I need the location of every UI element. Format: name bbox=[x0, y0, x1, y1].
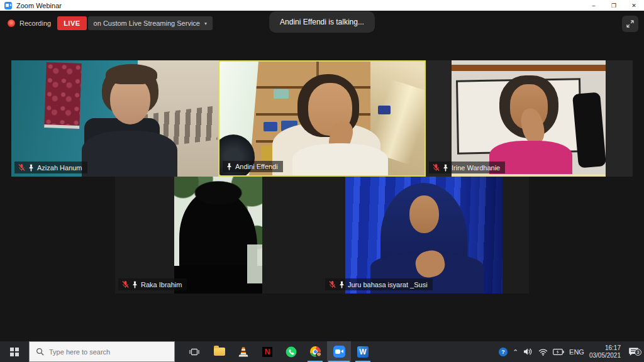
system-tray: ? ⌃ ENG 16:17 03/05/2021 bbox=[499, 341, 644, 362]
participant-name-tag: Andini Effendi bbox=[223, 161, 283, 172]
taskbar-vlc[interactable] bbox=[231, 341, 255, 362]
video-feed bbox=[174, 177, 262, 293]
decor bbox=[292, 143, 388, 175]
muted-mic-icon bbox=[18, 163, 25, 172]
participant-name: Irine Wardhanie bbox=[452, 164, 500, 172]
streaming-service-label: on Custom Live Streaming Service bbox=[94, 19, 200, 27]
video-tile-azizah[interactable]: Azizah Hanum bbox=[11, 60, 218, 177]
word-icon: W bbox=[357, 346, 369, 358]
decor bbox=[572, 92, 606, 168]
whatsapp-icon bbox=[286, 346, 297, 358]
clock[interactable]: 16:17 03/05/2021 bbox=[589, 344, 621, 359]
start-button[interactable] bbox=[0, 341, 29, 362]
recording-controls: Recording LIVE on Custom Live Streaming … bbox=[8, 16, 213, 30]
meeting-stage: Recording LIVE on Custom Live Streaming … bbox=[0, 11, 644, 341]
vlc-icon bbox=[238, 346, 249, 357]
zoom-webinar-window: Zoom Webinar – ❐ ✕ Recording LIVE on Cus… bbox=[0, 0, 644, 362]
zoom-app-icon bbox=[4, 2, 12, 9]
video-feed bbox=[345, 177, 502, 293]
streaming-service-dropdown[interactable]: on Custom Live Streaming Service ▾ bbox=[88, 16, 213, 30]
pin-icon bbox=[339, 281, 345, 288]
decor bbox=[82, 131, 177, 177]
muted-mic-icon bbox=[122, 280, 129, 288]
chrome-profile-avatar bbox=[316, 352, 322, 358]
video-tile-irine[interactable]: Irine Wardhanie bbox=[426, 60, 633, 177]
pin-icon bbox=[226, 163, 232, 170]
taskbar-netflix[interactable]: N bbox=[255, 341, 279, 362]
participant-name-tag: Irine Wardhanie bbox=[429, 162, 505, 173]
restore-button[interactable]: ❐ bbox=[604, 0, 624, 11]
taskbar-word[interactable]: W bbox=[351, 341, 375, 362]
poster-decor bbox=[44, 62, 82, 129]
video-tile-raka[interactable]: Raka Ibrahim bbox=[115, 177, 322, 293]
pinned-apps: N W bbox=[208, 341, 375, 362]
video-feed bbox=[11, 60, 218, 177]
taskbar-search-box[interactable] bbox=[29, 341, 175, 362]
action-center-button[interactable]: 3 bbox=[626, 347, 641, 356]
language-indicator[interactable]: ENG bbox=[569, 348, 584, 356]
battery-charging-icon[interactable] bbox=[553, 349, 564, 355]
file-explorer-icon bbox=[214, 348, 225, 356]
decor bbox=[191, 179, 246, 207]
live-badge: LIVE bbox=[57, 16, 86, 30]
minimize-button[interactable]: – bbox=[584, 0, 604, 11]
notification-count-badge: 3 bbox=[635, 349, 641, 356]
close-button[interactable]: ✕ bbox=[624, 0, 644, 11]
windows-logo-icon bbox=[10, 348, 19, 356]
netflix-icon: N bbox=[262, 347, 272, 357]
participant-name: Andini Effendi bbox=[235, 163, 278, 170]
speaking-toast: Andini Effendi is talking... bbox=[269, 11, 375, 33]
photo-frame-decor bbox=[274, 89, 289, 99]
date: 03/05/2021 bbox=[589, 352, 621, 359]
photo-frame-decor bbox=[378, 106, 391, 114]
decor bbox=[452, 65, 606, 71]
recording-label: Recording bbox=[19, 19, 51, 27]
participant-name-tag: Raka Ibrahim bbox=[118, 278, 187, 290]
pin-icon bbox=[28, 164, 34, 172]
hidden-icons-chevron[interactable]: ⌃ bbox=[513, 349, 518, 355]
zoom-icon bbox=[333, 346, 345, 358]
taskbar-file-explorer[interactable] bbox=[208, 341, 231, 362]
expand-icon bbox=[626, 19, 635, 28]
muted-mic-icon bbox=[433, 163, 440, 172]
fullscreen-button[interactable] bbox=[622, 16, 638, 32]
photo-frame-decor bbox=[264, 122, 277, 131]
wifi-icon[interactable] bbox=[538, 348, 548, 356]
search-input[interactable] bbox=[49, 348, 156, 356]
pin-icon bbox=[132, 281, 138, 288]
volume-icon[interactable] bbox=[523, 348, 533, 356]
video-feed bbox=[452, 60, 606, 177]
video-tile-andini[interactable]: Andini Effendi bbox=[218, 60, 426, 177]
chrome-icon bbox=[310, 346, 321, 357]
taskbar-chrome[interactable] bbox=[303, 341, 327, 362]
participant-name: Azizah Hanum bbox=[37, 164, 82, 172]
decor bbox=[409, 195, 439, 233]
windows-taskbar: N W bbox=[0, 341, 644, 362]
taskbar-zoom[interactable] bbox=[327, 341, 351, 362]
task-view-icon bbox=[189, 348, 199, 356]
window-title: Zoom Webinar bbox=[16, 2, 62, 9]
search-icon bbox=[36, 348, 44, 356]
caret-down-icon: ▾ bbox=[204, 21, 207, 26]
get-help-tray-icon[interactable]: ? bbox=[499, 348, 508, 356]
window-titlebar: Zoom Webinar – ❐ ✕ bbox=[0, 0, 644, 11]
recording-indicator-icon bbox=[8, 19, 15, 27]
participant-name-tag: Azizah Hanum bbox=[14, 162, 87, 173]
task-view-button[interactable] bbox=[181, 341, 208, 362]
decor bbox=[247, 244, 262, 283]
video-feed bbox=[219, 62, 425, 175]
participant-name: Raka Ibrahim bbox=[141, 281, 182, 288]
window-controls: – ❐ ✕ bbox=[584, 0, 644, 11]
participant-name: Juru bahasa isyarat _Susi bbox=[348, 281, 428, 288]
decor bbox=[106, 64, 157, 84]
participant-name-tag: Juru bahasa isyarat _Susi bbox=[325, 278, 433, 290]
muted-mic-icon bbox=[329, 280, 336, 288]
time: 16:17 bbox=[589, 344, 621, 352]
taskbar-whatsapp[interactable] bbox=[279, 341, 303, 362]
pin-icon bbox=[443, 164, 448, 172]
video-tile-susi[interactable]: Juru bahasa isyarat _Susi bbox=[322, 177, 529, 293]
